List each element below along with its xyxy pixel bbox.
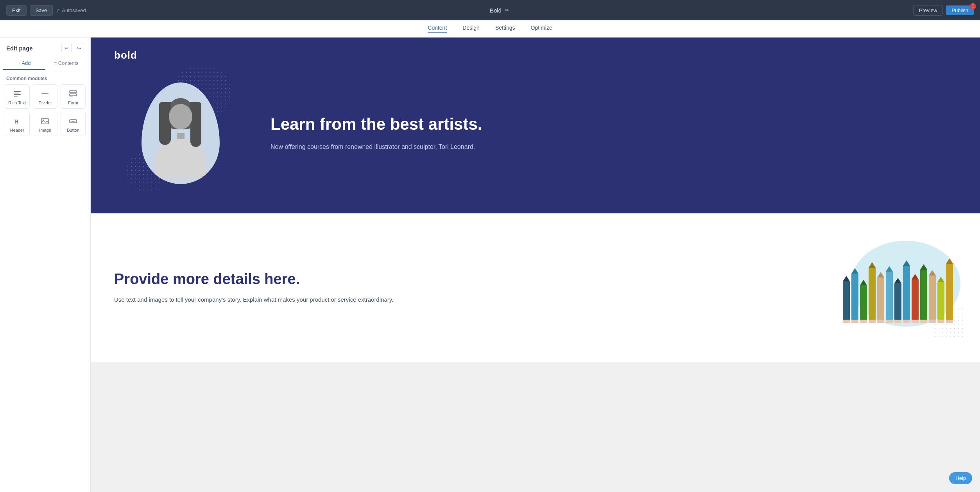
pencil-item <box>946 258 953 323</box>
sidebar-tab-contents[interactable]: ≡ Contents <box>45 57 88 70</box>
pencil-body <box>843 281 850 320</box>
module-grid: Rich Text Divider <box>0 84 90 141</box>
save-button[interactable]: Save <box>30 5 53 16</box>
form-label: Form <box>68 100 78 105</box>
svg-rect-6 <box>70 94 77 96</box>
tab-design[interactable]: Design <box>462 25 480 33</box>
sidebar: Edit page ↩ ↪ + Add ≡ Contents Common mo… <box>0 38 91 492</box>
second-heading: Provide more details here. <box>114 270 808 288</box>
pencil-tip <box>937 277 944 282</box>
form-icon <box>69 89 77 98</box>
divider-label: Divider <box>38 100 52 105</box>
svg-rect-2 <box>14 94 21 95</box>
svg-rect-3 <box>14 96 18 97</box>
sidebar-tab-add[interactable]: + Add <box>3 57 45 70</box>
second-body: Use text and images to tell your company… <box>114 295 808 305</box>
autosaved-text: Autosaved <box>62 7 86 13</box>
autosaved-check-icon: ✓ <box>56 7 60 13</box>
sidebar-history-actions: ↩ ↪ <box>61 43 84 53</box>
content-area: bold <box>91 38 980 492</box>
pencil-body <box>920 270 927 320</box>
svg-text:H: H <box>14 118 18 125</box>
pencil-body <box>851 274 858 320</box>
module-divider[interactable]: Divider <box>33 84 58 109</box>
hero-subtext: Now offering courses from renowned illus… <box>271 142 957 152</box>
pencil-eraser <box>920 320 927 323</box>
common-modules-label: Common modules <box>0 70 90 84</box>
pencil-eraser <box>929 320 936 323</box>
page-title-area: Bold ✏ <box>490 7 509 14</box>
pencil-body <box>903 266 910 320</box>
redo-button[interactable]: ↪ <box>74 43 84 53</box>
pencil-eraser <box>860 320 867 323</box>
pencil-tip <box>886 266 893 272</box>
module-rich-text[interactable]: Rich Text <box>5 84 30 109</box>
sidebar-tab-bar: + Add ≡ Contents <box>3 57 87 70</box>
pencil-eraser <box>894 320 901 323</box>
pencil-eraser <box>886 320 893 323</box>
pencil-tip <box>851 268 858 274</box>
tab-settings[interactable]: Settings <box>495 25 515 33</box>
pencil-item <box>877 272 884 323</box>
pencil-tip <box>843 276 850 281</box>
pencil-body <box>912 279 919 320</box>
pencil-item <box>903 260 910 323</box>
pencils-container <box>843 252 953 323</box>
tab-optimize[interactable]: Optimize <box>531 25 552 33</box>
pencil-body <box>937 282 944 320</box>
svg-rect-0 <box>14 91 21 92</box>
pencil-eraser <box>912 320 919 323</box>
pencil-item <box>912 274 919 323</box>
pencil-eraser <box>843 320 850 323</box>
sidebar-title: Edit page <box>6 45 33 52</box>
edit-title-icon[interactable]: ✏ <box>505 7 509 13</box>
autosaved-status: ✓ Autosaved <box>56 7 86 13</box>
pencil-eraser <box>851 320 858 323</box>
pencil-item <box>920 264 927 323</box>
svg-rect-12 <box>71 121 75 122</box>
second-text: Provide more details here. Use text and … <box>114 270 808 304</box>
pencil-tip <box>869 262 876 268</box>
pencil-tip <box>894 278 901 283</box>
svg-rect-7 <box>70 97 73 97</box>
pencil-eraser <box>869 320 876 323</box>
publish-button[interactable]: Publish 1 <box>946 5 974 15</box>
pencil-body <box>946 264 953 320</box>
pencil-tip <box>929 270 936 276</box>
second-image-area <box>839 237 957 338</box>
exit-button[interactable]: Exit <box>6 5 27 16</box>
pencil-item <box>851 268 858 323</box>
pencil-item <box>937 277 944 323</box>
help-button[interactable]: Help <box>949 472 972 484</box>
button-icon <box>69 117 77 125</box>
tab-content[interactable]: Content <box>428 25 447 33</box>
sub-nav: Content Design Settings Optimize <box>0 20 980 38</box>
module-image[interactable]: Image <box>33 112 58 136</box>
hero-section: bold <box>91 38 980 213</box>
page-title: Bold <box>490 7 502 14</box>
module-form[interactable]: Form <box>61 84 86 109</box>
pencil-item <box>886 266 893 323</box>
module-button[interactable]: Button <box>61 112 86 136</box>
hero-content: Learn from the best artists. Now offerin… <box>114 71 957 196</box>
pencil-tip <box>912 274 919 279</box>
module-header[interactable]: H Header <box>5 112 30 136</box>
pencil-tip <box>946 258 953 264</box>
second-section: Provide more details here. Use text and … <box>91 213 980 362</box>
sidebar-header: Edit page ↩ ↪ <box>0 38 90 57</box>
preview-button[interactable]: Preview <box>913 5 943 16</box>
svg-rect-4 <box>41 93 48 94</box>
hero-text-area: Learn from the best artists. Now offerin… <box>247 115 957 152</box>
top-bar: Exit Save ✓ Autosaved Bold ✏ Preview Pub… <box>0 0 980 20</box>
pencil-tip <box>877 272 884 277</box>
undo-button[interactable]: ↩ <box>61 43 72 53</box>
main-layout: Edit page ↩ ↪ + Add ≡ Contents Common mo… <box>0 38 980 492</box>
svg-rect-1 <box>14 93 19 93</box>
pencil-item <box>894 278 901 323</box>
image-label: Image <box>39 128 51 132</box>
rich-text-label: Rich Text <box>8 100 26 105</box>
button-label: Button <box>67 128 79 132</box>
pencil-body <box>869 268 876 320</box>
hero-image-area <box>114 71 247 196</box>
divider-icon <box>41 89 49 98</box>
